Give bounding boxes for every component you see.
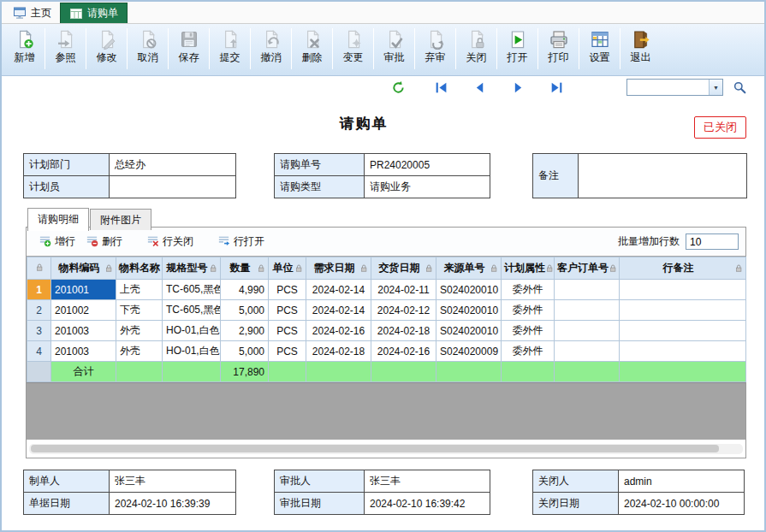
toolbar-button-modify[interactable]: 修改 xyxy=(86,27,127,71)
toolbar-button-new[interactable]: 新增 xyxy=(4,27,45,71)
cell-row-remark[interactable] xyxy=(620,280,746,300)
column-header-delivery-date[interactable]: 交货日期 xyxy=(371,257,436,280)
cell-material-code[interactable]: 201003 xyxy=(51,341,116,362)
cell-delivery-date[interactable]: 2024-02-12 xyxy=(371,300,436,321)
toolbar-button-open[interactable]: 打开 xyxy=(497,27,537,71)
cell-quantity[interactable]: 2,900 xyxy=(221,321,269,341)
refresh-button[interactable] xyxy=(389,79,407,96)
toolbar-button-settings[interactable]: 设置 xyxy=(579,27,620,71)
toolbar-button-undo[interactable]: 撤消 xyxy=(251,27,291,71)
toolbar-button-submit[interactable]: 提交 xyxy=(210,27,250,71)
row-selector[interactable]: 4 xyxy=(27,341,51,362)
toolbar-button-print[interactable]: 打印 xyxy=(538,27,579,71)
cell-plan-attr[interactable]: 委外件 xyxy=(502,280,555,300)
cell-material-code[interactable]: 201001 xyxy=(51,280,116,300)
cell-row-remark[interactable] xyxy=(620,341,746,362)
cell-source-no[interactable]: S024020009 xyxy=(436,341,502,362)
cell-material-name[interactable]: 外壳 xyxy=(116,341,163,362)
cell-plan-attr[interactable]: 委外件 xyxy=(502,341,555,362)
requisition-type-value[interactable]: 请购业务 xyxy=(365,176,490,198)
column-header-quantity[interactable]: 数量 xyxy=(221,257,269,280)
open-row-button[interactable]: 行打开 xyxy=(212,232,270,252)
column-header-row-remark[interactable]: 行备注 xyxy=(620,257,746,280)
row-selector[interactable]: 3 xyxy=(27,321,51,341)
next-record-button[interactable] xyxy=(508,79,527,96)
toolbar-button-cancel[interactable]: 取消 xyxy=(128,27,168,71)
chevron-down-icon[interactable]: ▼ xyxy=(709,80,722,95)
cell-spec-model[interactable]: HO-01,白色 xyxy=(163,341,221,362)
cell-demand-date[interactable]: 2024-02-14 xyxy=(306,280,371,300)
scrollbar-thumb[interactable] xyxy=(31,445,719,452)
cell-row-remark[interactable] xyxy=(620,321,746,341)
first-record-button[interactable] xyxy=(431,79,450,96)
column-header-demand-date[interactable]: 需求日期 xyxy=(306,257,371,280)
cell-quantity[interactable]: 4,990 xyxy=(221,280,269,300)
toolbar-button-approve[interactable]: 审批 xyxy=(374,27,414,71)
toolbar-button-save[interactable]: 保存 xyxy=(169,27,209,71)
cell-plan-attr[interactable]: 委外件 xyxy=(502,321,555,341)
remark-value[interactable] xyxy=(579,154,746,198)
approver-label: 审批人 xyxy=(275,470,364,492)
cell-demand-date[interactable]: 2024-02-16 xyxy=(306,321,371,341)
cell-delivery-date[interactable]: 2024-02-11 xyxy=(371,280,436,300)
cell-customer-order-no[interactable] xyxy=(555,341,620,362)
cell-unit[interactable]: PCS xyxy=(269,300,306,321)
column-header-material-code[interactable]: 物料编码 xyxy=(51,257,116,280)
toolbar-button-unapprove[interactable]: 弃审 xyxy=(415,27,455,71)
column-header-material-name[interactable]: 物料名称 xyxy=(116,257,163,280)
planner-value[interactable] xyxy=(110,176,235,198)
cell-material-code[interactable]: 201003 xyxy=(51,321,116,341)
column-header-unit[interactable]: 单位 xyxy=(269,257,306,280)
toolbar-button-reference[interactable]: 参照 xyxy=(45,27,86,71)
record-select-combobox[interactable]: ▼ xyxy=(626,79,723,96)
previous-record-button[interactable] xyxy=(470,79,489,96)
cell-plan-attr[interactable]: 委外件 xyxy=(502,300,555,321)
toolbar-button-close[interactable]: 关闭 xyxy=(456,27,496,71)
cell-delivery-date[interactable]: 2024-02-18 xyxy=(371,321,436,341)
cell-quantity[interactable]: 5,000 xyxy=(221,341,269,362)
cell-unit[interactable]: PCS xyxy=(269,341,306,362)
column-header-spec-model[interactable]: 规格型号 xyxy=(163,257,221,280)
row-selector-header[interactable] xyxy=(27,257,51,280)
column-header-customer-order-no[interactable]: 客户订单号 xyxy=(555,257,620,280)
plan-dept-value[interactable]: 总经办 xyxy=(110,154,235,175)
cell-demand-date[interactable]: 2024-02-18 xyxy=(306,341,371,362)
cell-source-no[interactable]: S024020010 xyxy=(436,300,502,321)
cell-spec-model[interactable]: TC-605,黑色 xyxy=(163,280,221,300)
cell-customer-order-no[interactable] xyxy=(555,300,620,321)
column-header-plan-attr[interactable]: 计划属性 xyxy=(502,257,555,280)
cell-delivery-date[interactable]: 2024-02-16 xyxy=(371,341,436,362)
tab-requisition-detail[interactable]: 请购明细 xyxy=(27,208,89,231)
row-selector[interactable]: 2 xyxy=(27,300,51,321)
tab-home[interactable]: 主页 xyxy=(4,3,60,23)
column-header-source-no[interactable]: 来源单号 xyxy=(436,257,502,280)
tab-purchase-requisition[interactable]: 请购单 xyxy=(60,3,128,23)
requisition-no-value[interactable]: PR24020005 xyxy=(365,154,490,175)
last-record-button[interactable] xyxy=(547,79,566,96)
add-row-button[interactable]: 增行 xyxy=(33,232,80,252)
close-row-button[interactable]: 行关闭 xyxy=(141,232,199,252)
cell-spec-model[interactable]: HO-01,白色 xyxy=(163,321,221,341)
row-selector[interactable]: 1 xyxy=(27,280,51,300)
cell-material-name[interactable]: 下壳 xyxy=(116,300,163,321)
delete-row-button[interactable]: 删行 xyxy=(80,232,128,252)
cell-material-name[interactable]: 上壳 xyxy=(116,280,163,300)
cell-demand-date[interactable]: 2024-02-14 xyxy=(306,300,371,321)
cell-row-remark[interactable] xyxy=(620,300,746,321)
toolbar-button-delete[interactable]: 删除 xyxy=(292,27,332,71)
cell-source-no[interactable]: S024020010 xyxy=(436,280,502,300)
cell-customer-order-no[interactable] xyxy=(555,321,620,341)
cell-unit[interactable]: PCS xyxy=(269,321,306,341)
tab-attachment-images[interactable]: 附件图片 xyxy=(90,209,151,230)
toolbar-button-change[interactable]: 变更 xyxy=(333,27,373,71)
cell-source-no[interactable]: S024020010 xyxy=(436,321,502,341)
cell-material-code[interactable]: 201002 xyxy=(51,300,116,321)
search-button[interactable] xyxy=(730,79,749,96)
cell-customer-order-no[interactable] xyxy=(555,280,620,300)
batch-add-input[interactable] xyxy=(686,233,739,250)
toolbar-button-exit[interactable]: 退出 xyxy=(621,27,661,71)
cell-quantity[interactable]: 5,000 xyxy=(221,300,269,321)
cell-unit[interactable]: PCS xyxy=(269,280,306,300)
cell-spec-model[interactable]: TC-605,黑色 xyxy=(163,300,221,321)
cell-material-name[interactable]: 外壳 xyxy=(116,321,163,341)
